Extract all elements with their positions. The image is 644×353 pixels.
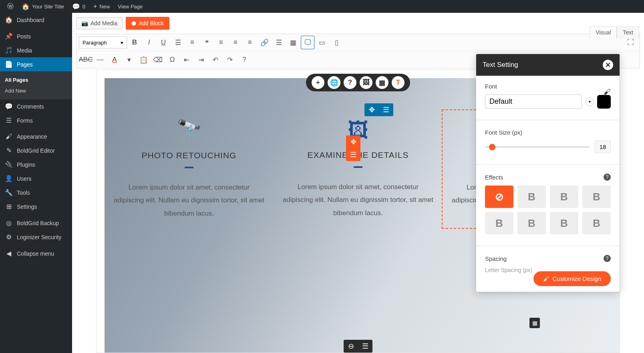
sidebar-label: Dashboard — [17, 17, 44, 23]
globe-button[interactable]: 🌐 — [328, 76, 340, 89]
font-color-swatch[interactable]: 🖌 — [597, 95, 611, 109]
effect-option[interactable]: B — [550, 186, 578, 208]
move-icon[interactable]: ✥ — [346, 135, 360, 148]
underline-button[interactable]: U — [157, 36, 170, 49]
sidebar-item-boldgrid-backup[interactable]: ◎BoldGrid Backup — [0, 216, 72, 230]
add-media-button[interactable]: 📷Add Media — [76, 17, 123, 29]
align-left-button[interactable]: ≡ — [214, 36, 228, 49]
paste-text-button[interactable]: 📋 — [137, 53, 150, 67]
menu-icon[interactable]: ☰ — [379, 103, 393, 116]
font-size-slider[interactable] — [485, 146, 589, 148]
panel-close-button[interactable]: ✕ — [603, 60, 613, 70]
move-icon[interactable]: ✥ — [364, 103, 379, 116]
effect-option[interactable]: B — [582, 212, 611, 234]
indent-button[interactable]: ⇥ — [194, 53, 208, 67]
tab-text[interactable]: Text — [617, 26, 639, 38]
effect-option[interactable]: B — [582, 186, 611, 208]
text-style-button[interactable]: T — [392, 76, 405, 89]
menu-icon[interactable]: ☰ — [346, 148, 360, 161]
tab-visual[interactable]: Visual — [590, 26, 617, 38]
font-dropdown-button[interactable]: ▾ — [585, 97, 594, 106]
sidebar-item-boldgrid-editor[interactable]: ✎BoldGrid Editor — [0, 143, 72, 157]
sidebar-item-collapse[interactable]: ◀Collapse menu — [0, 246, 72, 260]
section-bottom-handle[interactable]: ⊖ ☰ — [344, 340, 372, 353]
font-select[interactable]: Default — [485, 95, 582, 109]
redo-button[interactable]: ↷ — [223, 53, 237, 67]
format-select[interactable]: Paragraph▾ — [79, 36, 127, 48]
italic-button[interactable]: I — [142, 36, 156, 49]
add-block-button[interactable]: ⬢Add Block — [126, 17, 169, 30]
number-list-button[interactable]: ≡ — [185, 36, 199, 49]
desktop-view-button[interactable]: 🖵 — [301, 36, 314, 49]
outdent-button[interactable]: ⇤ — [180, 53, 193, 67]
help-button[interactable]: ? — [237, 53, 251, 67]
comments-count: 0 — [83, 4, 85, 10]
new-link[interactable]: +New — [89, 0, 114, 13]
bold-button[interactable]: B — [128, 36, 141, 49]
undo-button[interactable]: ↶ — [209, 53, 222, 67]
sidebar-item-posts[interactable]: 📌Posts — [0, 29, 72, 43]
add-block-below-button[interactable]: ▦ — [529, 318, 540, 328]
sidebar-item-comments[interactable]: 💬Comments — [0, 99, 72, 113]
help-icon[interactable]: ? — [604, 255, 611, 262]
sidebar-item-forms[interactable]: ☰Forms — [0, 113, 72, 127]
wp-logo[interactable]: ⓦ — [3, 0, 18, 13]
dashboard-icon: 🏠 — [5, 16, 13, 24]
text-color-button[interactable]: A — [108, 53, 121, 67]
effect-option[interactable]: B — [517, 186, 546, 208]
feature-title: PHOTO RETOUCHING — [113, 151, 266, 160]
forms-icon: ☰ — [5, 117, 13, 124]
link-button[interactable]: 🔗 — [258, 36, 271, 49]
clear-format-button[interactable]: ⌫ — [151, 53, 165, 67]
sidebar-item-loginizer[interactable]: ⚙Loginizer Security — [0, 230, 72, 244]
sidebar-item-tools[interactable]: 🔧Tools — [0, 186, 72, 200]
toolbar-toggle-button[interactable]: ▦ — [286, 36, 300, 49]
home-icon: 🏠 — [22, 3, 30, 10]
menu-icon[interactable]: ☰ — [358, 340, 372, 353]
add-block-label: Add Block — [139, 20, 164, 26]
text-color-dropdown[interactable]: ▾ — [122, 53, 136, 67]
effect-option[interactable]: B — [517, 212, 546, 234]
sidebar-item-dashboard[interactable]: 🏠Dashboard — [0, 13, 72, 27]
plug-icon: 🔌 — [5, 161, 13, 168]
effect-option[interactable]: B — [485, 212, 513, 234]
sidebar-sub-all-pages[interactable]: All Pages — [0, 75, 72, 85]
sidebar-item-settings[interactable]: ⊞Settings — [0, 200, 72, 214]
effect-option[interactable]: B — [550, 212, 578, 234]
tablet-view-button[interactable]: ▭ — [315, 36, 329, 49]
sidebar-sub-add-new[interactable]: Add New — [0, 85, 72, 96]
blockquote-button[interactable]: ❝ — [200, 36, 213, 49]
layout-button[interactable]: ▦ — [376, 76, 388, 89]
feature-column-2[interactable]: 🖼 EXAMINE THE DETAILS Lorem ipsum dolor … — [274, 110, 443, 228]
sidebar-item-appearance[interactable]: 🖌Appearance — [0, 130, 72, 143]
align-center-button[interactable]: ≡ — [229, 36, 242, 49]
bullet-list-button[interactable]: ☰ — [171, 36, 185, 49]
slider-thumb[interactable] — [489, 144, 495, 150]
read-more-button[interactable]: ☰ — [272, 36, 286, 49]
effect-none[interactable]: ⊘ — [485, 186, 513, 208]
help-round-button[interactable]: ? — [344, 76, 356, 89]
feature-column-1[interactable]: 🔭 PHOTO RETOUCHING Lorem ipsum dolor sit… — [105, 110, 274, 228]
special-char-button[interactable]: Ω — [165, 53, 179, 67]
sidebar-item-media[interactable]: 🎵Media — [0, 43, 72, 57]
sidebar-item-plugins[interactable]: 🔌Plugins — [0, 157, 72, 171]
customize-design-button[interactable]: 🖌Customize Design — [533, 271, 611, 286]
view-page-link[interactable]: View Page — [114, 0, 147, 13]
image-button[interactable]: 🖼 — [360, 76, 372, 89]
hr-button[interactable]: — — [93, 53, 107, 67]
font-size-value[interactable]: 18 — [595, 141, 611, 153]
site-title-link[interactable]: 🏠Your Site Title — [18, 0, 68, 13]
mobile-view-button[interactable]: ▯ — [330, 36, 343, 49]
strikethrough-button[interactable]: ABC — [79, 53, 93, 67]
sidebar-item-pages[interactable]: 📄Pages — [0, 57, 72, 71]
add-button[interactable]: + — [312, 76, 324, 89]
comments-link[interactable]: 💬0 — [68, 0, 89, 13]
site-title: Your Site Title — [32, 4, 64, 10]
sidebar-item-users[interactable]: 👤Users — [0, 171, 72, 186]
editor-tabs: Visual Text — [590, 26, 639, 38]
sidebar-label: Plugins — [17, 161, 35, 168]
backup-icon: ◎ — [5, 219, 13, 227]
help-icon[interactable]: ? — [604, 173, 611, 181]
zoom-out-icon[interactable]: ⊖ — [344, 340, 358, 353]
align-right-button[interactable]: ≡ — [243, 36, 257, 49]
